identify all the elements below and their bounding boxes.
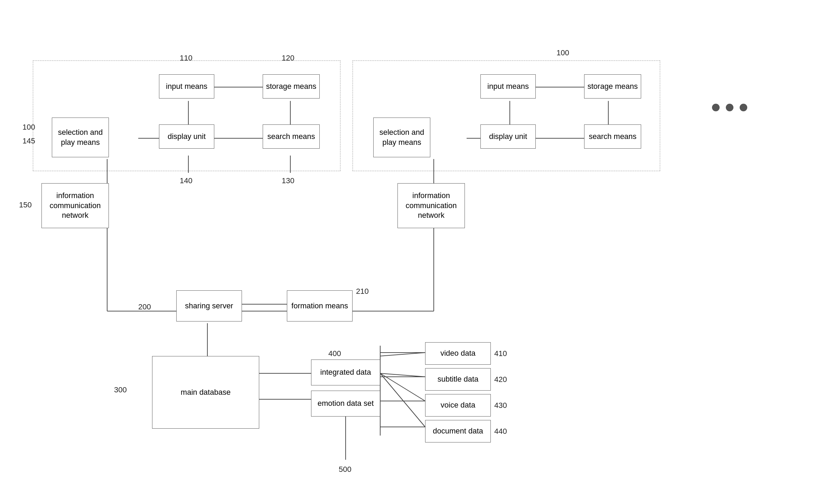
label-140: 140 <box>180 176 193 185</box>
voice-data: voice data <box>425 394 491 417</box>
integrated-data: integrated data <box>311 360 380 385</box>
label-145: 145 <box>22 137 35 146</box>
label-500: 500 <box>339 465 352 474</box>
storage-means-left: storage means <box>263 74 320 99</box>
sharing-server: sharing server <box>176 290 242 321</box>
label-130: 130 <box>282 176 294 185</box>
label-440: 440 <box>494 427 507 436</box>
label-100-right: 100 <box>556 48 569 57</box>
label-430: 430 <box>494 401 507 410</box>
document-data: document data <box>425 420 491 442</box>
dot-2 <box>726 104 733 111</box>
info-comm-left: information communication network <box>41 183 109 228</box>
label-400: 400 <box>328 349 341 358</box>
label-210: 210 <box>356 287 369 296</box>
svg-line-22 <box>380 353 425 356</box>
label-410: 410 <box>494 349 507 358</box>
label-120: 120 <box>282 54 294 63</box>
svg-line-23 <box>380 373 425 377</box>
main-database: main database <box>152 356 259 429</box>
formation-means: formation means <box>287 290 353 321</box>
label-200: 200 <box>138 302 151 311</box>
dot-1 <box>712 104 720 111</box>
selection-play-right: selection and play means <box>373 118 430 157</box>
selection-play-left: selection and play means <box>52 118 109 157</box>
label-110: 110 <box>180 54 193 63</box>
label-150: 150 <box>19 200 32 209</box>
svg-line-24 <box>380 373 425 401</box>
info-comm-right: information communication network <box>397 183 465 228</box>
storage-means-right: storage means <box>584 74 641 99</box>
video-data: video data <box>425 342 491 365</box>
input-means-left: input means <box>159 74 214 99</box>
subtitle-data: subtitle data <box>425 368 491 391</box>
emotion-data-set: emotion data set <box>311 391 380 417</box>
label-100-left: 100 <box>22 123 35 132</box>
svg-line-25 <box>380 373 425 427</box>
label-420: 420 <box>494 375 507 384</box>
display-unit-right: display unit <box>480 124 536 149</box>
search-means-left: search means <box>263 124 320 149</box>
label-300: 300 <box>114 385 127 394</box>
input-means-right: input means <box>480 74 536 99</box>
display-unit-left: display unit <box>159 124 214 149</box>
dot-3 <box>740 104 747 111</box>
search-means-right: search means <box>584 124 641 149</box>
